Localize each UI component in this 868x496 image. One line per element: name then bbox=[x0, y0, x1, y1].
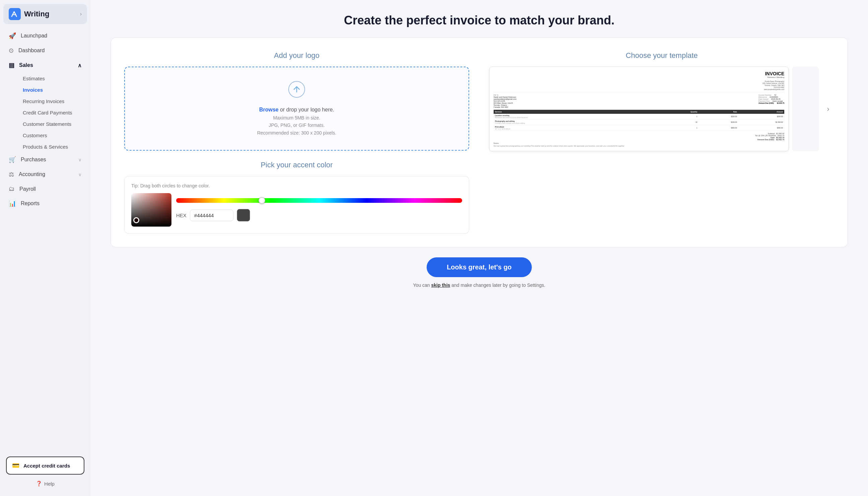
svg-rect-0 bbox=[9, 8, 21, 20]
company-info: Purple Daisy Photography 235 Carlton Ave… bbox=[493, 80, 784, 90]
template-next-button[interactable]: › bbox=[822, 67, 834, 151]
table-row: Print album12" x 11" print album 1 $360.… bbox=[493, 125, 784, 131]
accounting-chevron-icon: ∨ bbox=[78, 172, 82, 177]
reports-icon: 📊 bbox=[9, 200, 16, 207]
color-spectrum-wrapper: HEX bbox=[176, 198, 462, 221]
bill-to-block: Bill To Sarah and Daniel Robinson saraha… bbox=[493, 94, 516, 108]
invoice-table: Services Quantity Rate Amount Location s… bbox=[493, 110, 784, 131]
upload-hint: Maximum 5MB in size. JPG, PNG, or GIF fo… bbox=[135, 114, 458, 137]
brand-label: Writing bbox=[24, 10, 49, 18]
content-card: Add your logo Browse or drop your logo h… bbox=[110, 37, 848, 247]
accounting-icon: ⚖ bbox=[9, 171, 14, 178]
sidebar-item-credit-card-payments[interactable]: Credit Card Payments bbox=[19, 107, 87, 118]
browse-link[interactable]: Browse bbox=[259, 107, 279, 112]
color-spectrum-slider[interactable] bbox=[176, 198, 462, 203]
right-column: Choose your template INVOICE Robinson We… bbox=[489, 51, 834, 234]
template-ghost-card bbox=[792, 67, 819, 151]
sidebar-item-dashboard[interactable]: ⊙ Dashboard bbox=[3, 44, 87, 58]
sales-section-label: Sales bbox=[19, 62, 78, 68]
table-row: Photography and editingFull-day photo se… bbox=[493, 120, 784, 125]
accept-credit-cards-button[interactable]: 💳 Accept credit cards bbox=[6, 456, 85, 475]
sidebar-item-reports[interactable]: 📊 Reports bbox=[3, 197, 87, 211]
left-column: Add your logo Browse or drop your logo h… bbox=[124, 51, 469, 234]
credit-card-icon: 💳 bbox=[12, 462, 19, 469]
invoice-title: INVOICE bbox=[493, 71, 784, 76]
two-col-layout: Add your logo Browse or drop your logo h… bbox=[124, 51, 834, 234]
sales-icon: ▤ bbox=[9, 62, 14, 69]
template-section-title: Choose your template bbox=[489, 51, 834, 60]
help-button[interactable]: ❓ Help bbox=[3, 477, 87, 490]
table-row: Location scoutingResearch and travel to … bbox=[493, 114, 784, 120]
brand-logo-icon bbox=[9, 8, 21, 20]
color-tip: Tip: Drag both circles to change color. bbox=[131, 183, 462, 188]
invoice-totals: Subtotal $2,060.00 Tax @ 13% (JD 3092834… bbox=[493, 133, 784, 141]
sidebar-section-sales[interactable]: ▤ Sales ∧ bbox=[3, 58, 87, 72]
color-row: HEX bbox=[131, 193, 462, 227]
upload-text: Browse or drop your logo here. bbox=[135, 107, 458, 113]
accent-color-section: Pick your accent color Tip: Drag both ci… bbox=[124, 161, 469, 234]
invoice-meta-block: Invoice Number 72 Reference KJ029394 Dat… bbox=[759, 94, 784, 108]
sidebar-item-customers[interactable]: Customers bbox=[19, 130, 87, 141]
color-gradient-box[interactable] bbox=[131, 193, 171, 227]
sidebar-item-invoices[interactable]: Invoices bbox=[19, 84, 87, 95]
brand-chevron-icon: › bbox=[80, 11, 82, 17]
sidebar-brand[interactable]: Writing › bbox=[3, 4, 87, 24]
hex-swatch bbox=[237, 209, 250, 221]
hex-row: HEX bbox=[176, 209, 462, 221]
sidebar-item-launchpad[interactable]: 🚀 Launchpad bbox=[3, 29, 87, 43]
main-content: Create the perfect invoice to match your… bbox=[90, 0, 868, 496]
purchases-chevron-icon: ∨ bbox=[78, 157, 82, 162]
sidebar-item-label: Launchpad bbox=[21, 33, 82, 39]
logo-upload-dropzone[interactable]: Browse or drop your logo here. Maximum 5… bbox=[124, 67, 469, 151]
rocket-icon: 🚀 bbox=[9, 32, 16, 40]
upload-icon bbox=[135, 81, 458, 102]
cart-icon: 🛒 bbox=[9, 156, 16, 163]
sidebar-item-label: Dashboard bbox=[18, 48, 82, 53]
template-preview-area: INVOICE Robinson Wedding Purple Daisy Ph… bbox=[489, 67, 834, 151]
invoice-subtitle: Robinson Wedding bbox=[493, 76, 784, 78]
sidebar-item-customer-statements[interactable]: Customer Statements bbox=[19, 119, 87, 129]
color-picker-card: Tip: Drag both circles to change color. bbox=[124, 176, 469, 234]
invoice-title-row: INVOICE Robinson Wedding bbox=[493, 71, 784, 78]
sales-sub-items: Estimates Invoices Recurring Invoices Cr… bbox=[3, 73, 87, 153]
invoice-preview: INVOICE Robinson Wedding Purple Daisy Ph… bbox=[489, 67, 789, 151]
cta-button[interactable]: Looks great, let's go bbox=[427, 258, 532, 277]
payroll-icon: 🗂 bbox=[9, 185, 15, 192]
logo-section-title: Add your logo bbox=[124, 51, 469, 60]
sidebar: Writing › 🚀 Launchpad ⊙ Dashboard ▤ Sale… bbox=[0, 0, 90, 496]
skip-text: You can skip this and make changes later… bbox=[110, 282, 848, 288]
sidebar-item-estimates[interactable]: Estimates bbox=[19, 73, 87, 84]
invoice-bill-section: Bill To Sarah and Daniel Robinson saraha… bbox=[493, 94, 784, 108]
sales-chevron-icon: ∧ bbox=[78, 62, 82, 68]
spectrum-thumb[interactable] bbox=[259, 197, 265, 204]
hex-label: HEX bbox=[176, 213, 186, 218]
help-icon: ❓ bbox=[36, 481, 42, 486]
dashboard-icon: ⊙ bbox=[9, 47, 14, 54]
sidebar-item-products-services[interactable]: Products & Services bbox=[19, 141, 87, 152]
color-section-title: Pick your accent color bbox=[124, 161, 469, 169]
sidebar-item-recurring-invoices[interactable]: Recurring Invoices bbox=[19, 96, 87, 107]
skip-link[interactable]: skip this bbox=[431, 282, 451, 288]
hex-input[interactable] bbox=[190, 210, 233, 221]
sidebar-item-payroll[interactable]: 🗂 Payroll bbox=[3, 182, 87, 196]
cta-area: Looks great, let's go You can skip this … bbox=[110, 258, 848, 288]
invoice-notes: Notes We had a great time photographing … bbox=[493, 142, 784, 147]
page-title: Create the perfect invoice to match your… bbox=[110, 13, 848, 28]
sidebar-item-purchases[interactable]: 🛒 Purchases ∨ bbox=[3, 153, 87, 167]
sidebar-item-accounting[interactable]: ⚖ Accounting ∨ bbox=[3, 167, 87, 181]
